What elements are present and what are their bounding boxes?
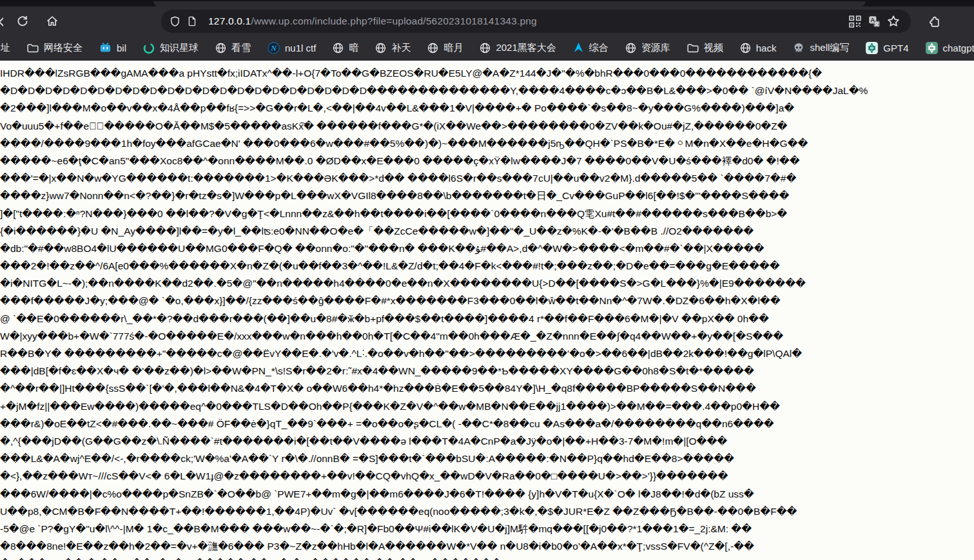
arrow-icon: [572, 42, 585, 54]
page-content: IHDR���lZsRGB���gAMA���a pHYstt�fx;iIDAT…: [0, 61, 974, 560]
active-tab-sliver[interactable]: [153, 1, 866, 6]
bookmark-item[interactable]: bil: [99, 42, 126, 55]
content-line: ]�["t����:�ⁿ?N���}���0 ��l��?�V�g�Ţ<�Lnn…: [0, 205, 974, 222]
home-button[interactable]: [41, 10, 63, 32]
content-line: �8���8ne!�E��z��h�2��=�v+�㶃�6��� P3�~Z�z…: [0, 537, 974, 555]
content-line: +�jM�fz||���Ew����)�����eq^�0���TLS�D��O…: [0, 398, 974, 415]
content-line: ���f�����J�y;���@� `�o,���x}]��/{zz���ś�…: [0, 292, 974, 309]
qr-code-button[interactable]: [845, 12, 864, 31]
qr-code-icon: [849, 15, 861, 28]
bookmark-label: 2021黑客大会: [496, 42, 556, 54]
content-line: {�i������}�U �N_Ay����]l��=�y�l_��lʦ:e0�…: [0, 222, 974, 240]
navigation-toolbar: 127.0.0.1/www.up.com/include.php?file=up…: [0, 6, 974, 36]
url-path: /www.up.com/include.php?file=upload/5620…: [251, 15, 536, 26]
content-line: Vo�uuu5�+f��e�᳔�����O�Ă��M$�5�����asKx͠�…: [0, 117, 974, 135]
content-line: ����z}ww7�Nonn��n<�?��}�r�tz�s�]W���p�L�…: [0, 187, 974, 204]
bookmark-item[interactable]: 知识星球: [142, 42, 199, 55]
globe-icon: [375, 42, 387, 54]
bookmark-item[interactable]: GPT4: [865, 41, 908, 55]
translate-button[interactable]: A: [864, 12, 884, 31]
back-button[interactable]: [0, 15, 3, 28]
content-line: �i�NITG�L~-�);��n����K��d2��.�5�@"��n���…: [0, 275, 974, 292]
content-line: ���2�!��z��^/6A[e0���%������X�n�Z�(�u��f…: [0, 257, 974, 275]
content-line: W�|xyy���b+�W�`777ś�-�O�����E�/xxx���w�n…: [0, 327, 974, 345]
bookmark-item[interactable]: hack: [739, 42, 777, 54]
globe-icon: [739, 42, 752, 54]
content-line: ���|dB[�f�ɛ��X�ч� �'��z��)�l>��W�PN_*\s!…: [0, 362, 974, 380]
globe-icon: [332, 42, 344, 54]
bookmark-label: 资源库: [641, 42, 670, 54]
content-line: �<},��z���Wᴛ~///cS��V<� 6�L�W1ɟ@�z������…: [0, 467, 974, 485]
bookmark-item[interactable]: 视频: [687, 42, 723, 55]
content-line: �D�D�D�D�D�D�D�D�D�D�D�D�D�D�D�D�D�D�D�D…: [0, 82, 974, 99]
content-line: IHDR���lZsRGB���gAMA���a pHYstt�fx;iIDAT…: [0, 64, 974, 82]
bookmark-label: GPT4: [883, 43, 908, 53]
bookmark-item[interactable]: Nnu1l ctf: [267, 41, 316, 55]
bookmark-label: 暗: [349, 42, 358, 54]
content-line: R��B�Y� ���������+"�����c�@��ËvY��E�.�'v…: [0, 345, 974, 362]
url-host: 127.0.0.1: [208, 15, 251, 26]
content-line: @ `��E�0������r\_��*�?��d���r���(��]��u�…: [0, 310, 974, 327]
bookmark-label: nu1l ctf: [285, 43, 316, 53]
bookmark-item[interactable]: chatgpt: [925, 41, 974, 55]
translate-icon: A: [868, 15, 881, 28]
content-line: -5�@e `P?�gY�"u�l\^^-|M� 1�c_��B�M��� ��…: [0, 520, 974, 537]
globe-icon: [625, 42, 637, 54]
content-line: ���r&)�oE��tZ<�#���.��~���# ÖF��ė�}qT_��…: [0, 415, 974, 432]
content-line: ����/����9���1h�foy���afGCae�N' ���0���6…: [0, 135, 974, 152]
globe-icon: [215, 42, 227, 54]
bookmark-label: 补天: [391, 42, 411, 54]
skull-icon: [792, 42, 805, 55]
bookmark-item[interactable]: 暗月: [427, 42, 463, 54]
url-text: 127.0.0.1/www.up.com/include.php?file=up…: [208, 15, 537, 27]
star-icon: [887, 15, 900, 28]
home-icon: [46, 15, 59, 28]
refresh-icon: [16, 15, 29, 28]
content-line: ���L&�A�wj^E��/<-,�r����ck;'W�%a'�A��`Y …: [0, 450, 974, 467]
content-line: �����~e6�ţ�C�an5"���Xoc8��^�onn����M��.0…: [0, 152, 974, 169]
tab-strip: [0, 0, 974, 6]
bookmark-label: 址: [1, 42, 10, 54]
bookmark-item[interactable]: 暗: [332, 42, 358, 54]
arc-icon: [142, 42, 155, 55]
bookmark-label: shell编写: [810, 42, 849, 54]
content-line: �^��r��|]Ht���{ssS��`[�'�,���l��N&�4�T�X…: [0, 380, 974, 397]
address-bar[interactable]: 127.0.0.1/www.up.com/include.php?file=up…: [161, 10, 911, 33]
favorite-star-button[interactable]: [884, 12, 903, 31]
bookmark-label: hack: [756, 43, 777, 53]
content-line: �2���]l���M�o��v��x�4Å��p��fʁ{=>>�G��r�L…: [0, 99, 974, 117]
bookmark-item[interactable]: 补天: [375, 42, 411, 54]
nu1l-icon: N: [267, 41, 280, 55]
globe-icon: [479, 42, 491, 54]
bookmark-label: 综合: [589, 42, 609, 54]
extensions-button[interactable]: [923, 10, 945, 32]
folder-icon: [26, 42, 39, 55]
bookmark-item[interactable]: 网络安全: [26, 42, 83, 55]
bookmark-label: 知识星球: [160, 42, 199, 54]
content-line: �db:"�#��w8BO4�lU������U��MG0���F�Q� ��o…: [0, 240, 974, 257]
content-line: U��p8,�CM�B�F��N����T+��!������1,��4P)�U…: [0, 503, 974, 520]
content-line: �,^{���jD��(G��G��z�\.Ñ����`#t�������i�[…: [0, 432, 974, 450]
bookmark-item[interactable]: 看雪: [215, 42, 251, 54]
bookmark-label: 视频: [704, 42, 723, 54]
bookmark-item[interactable]: 2021黑客大会: [479, 42, 556, 54]
bookmark-label: bil: [117, 43, 126, 53]
refresh-button[interactable]: [12, 10, 34, 32]
shield-icon[interactable]: [169, 15, 181, 28]
bookmark-label: 看雪: [231, 42, 251, 54]
openai-green-icon: [925, 41, 939, 55]
page-icon[interactable]: [186, 15, 198, 27]
extensions-puzzle-icon: [928, 15, 941, 28]
bookmark-item[interactable]: 综合: [572, 42, 609, 54]
bookmark-label: chatgpt: [943, 43, 974, 53]
content-line: ���'=�|x��N�w�YG������t:�������1>�K���ƏK…: [0, 169, 974, 187]
bookmark-item[interactable]: 资源库: [625, 42, 670, 54]
content-line: �) ���WP�� �[��9) ��#�7�4| ����� ��/K� �…: [0, 555, 974, 560]
bookmark-item[interactable]: shell编写: [792, 42, 849, 55]
folder-icon: [687, 42, 699, 55]
bookmark-item[interactable]: 址: [0, 42, 10, 54]
browser-window: 127.0.0.1/www.up.com/include.php?file=up…: [0, 0, 974, 560]
globe-icon: [427, 42, 439, 54]
content-line: ���6W/����|�c%o����p�SnZB�`�O��b@ `PWE7+…: [0, 485, 974, 503]
bookmarks-bar: 址网络安全bil知识星球看雪Nnu1l ctf暗补天暗月2021黑客大会综合资源…: [0, 36, 974, 61]
